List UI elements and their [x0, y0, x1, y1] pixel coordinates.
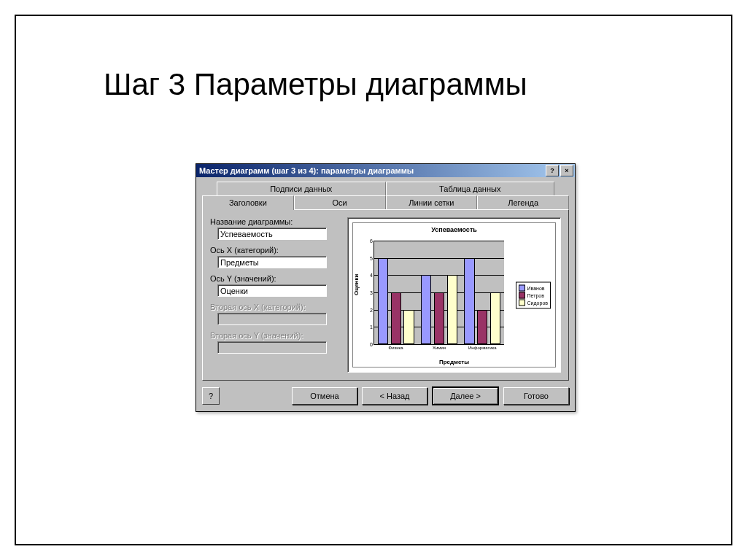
x2-axis-input: [217, 313, 327, 325]
tab-titles[interactable]: Заголовки: [202, 195, 294, 210]
bar: [477, 310, 487, 344]
bar: [378, 258, 388, 344]
chart-title-input[interactable]: [217, 228, 327, 240]
chart-title-label: Название диаграммы:: [210, 217, 341, 226]
tab-panel: Название диаграммы: Ось X (категорий): О…: [202, 209, 569, 381]
legend-label: Сидоров: [527, 300, 548, 305]
bar: [447, 275, 457, 344]
y2-axis-label: Вторая ось Y (значений):: [210, 331, 341, 340]
x-tick: Химия: [419, 344, 458, 350]
chart-wizard-dialog: Мастер диаграмм (шаг 3 из 4): параметры …: [196, 163, 576, 412]
tab-data-table[interactable]: Таблица данных: [386, 182, 555, 195]
form-column: Название диаграммы: Ось X (категорий): О…: [210, 217, 341, 373]
legend-swatch: [519, 299, 525, 306]
chart-preview: Успеваемость Оценки 0123456ФизикаХимияИн…: [347, 217, 561, 373]
x-axis-label: Ось X (категорий):: [210, 246, 341, 254]
y-tick: 1: [365, 324, 373, 330]
slide-frame: Шаг 3 Параметры диаграммы Мастер диаграм…: [15, 15, 732, 545]
y-tick: 4: [365, 273, 373, 278]
titlebar-close-button[interactable]: ×: [560, 165, 573, 176]
back-button[interactable]: < Назад: [362, 387, 427, 405]
tab-row-back: Подписи данных Таблица данных: [217, 182, 554, 195]
bar-group: Физика: [376, 241, 415, 344]
bar: [421, 275, 431, 344]
chart-box: Успеваемость Оценки 0123456ФизикаХимияИн…: [352, 222, 556, 368]
tab-data-labels[interactable]: Подписи данных: [217, 182, 386, 195]
bar: [391, 292, 401, 344]
chart-title: Успеваемость: [353, 223, 555, 235]
button-row: ? Отмена < Назад Далее > Готово: [196, 381, 575, 411]
chart-legend: ИвановПетровСидоров: [516, 281, 551, 308]
cancel-button[interactable]: Отмена: [292, 387, 357, 405]
tab-legend[interactable]: Легенда: [477, 195, 569, 209]
y-tick: 3: [365, 290, 373, 295]
y-tick: 0: [365, 342, 373, 347]
slide-title: Шаг 3 Параметры диаграммы: [104, 67, 527, 102]
help-icon: ?: [209, 392, 213, 400]
y-axis-input[interactable]: [217, 284, 327, 297]
chart-ylabel: Оценки: [353, 273, 360, 295]
tab-axes[interactable]: Оси: [294, 195, 386, 209]
bar: [403, 310, 414, 344]
legend-swatch: [519, 284, 525, 291]
dialog-title: Мастер диаграмм (шаг 3 из 4): параметры …: [199, 166, 414, 175]
y-axis-label: Ось Y (значений):: [210, 274, 341, 283]
chart-xlabel: Предметы: [353, 359, 555, 365]
y-tick: 2: [365, 307, 373, 312]
legend-item: Сидоров: [519, 299, 548, 306]
bar-group: Химия: [419, 241, 458, 344]
y-tick: 5: [365, 255, 373, 260]
tab-area: Подписи данных Таблица данных Заголовки …: [196, 177, 575, 381]
chart-plot: 0123456ФизикаХимияИнформатика: [374, 241, 504, 345]
legend-label: Иванов: [527, 285, 545, 290]
titlebar-help-button[interactable]: ?: [546, 165, 559, 176]
x-tick: Информатика: [463, 344, 502, 350]
bar: [490, 292, 500, 344]
legend-swatch: [519, 292, 525, 298]
titlebar: Мастер диаграмм (шаг 3 из 4): параметры …: [196, 164, 575, 177]
x2-axis-label: Вторая ось X (категорий):: [210, 303, 341, 311]
x-axis-input[interactable]: [217, 256, 327, 268]
legend-item: Иванов: [519, 284, 548, 291]
tab-gridlines[interactable]: Линии сетки: [386, 195, 478, 209]
y-tick: 6: [365, 238, 373, 244]
finish-button[interactable]: Готово: [503, 387, 569, 405]
legend-label: Петров: [527, 292, 544, 298]
x-tick: Физика: [376, 344, 415, 350]
bar: [434, 292, 444, 344]
bar: [464, 258, 474, 344]
next-button[interactable]: Далее >: [432, 386, 499, 405]
tab-row-front: Заголовки Оси Линии сетки Легенда: [202, 195, 569, 209]
bar-group: Информатика: [463, 241, 502, 344]
help-button[interactable]: ?: [202, 387, 220, 405]
y2-axis-input: [217, 341, 327, 354]
legend-item: Петров: [519, 292, 548, 298]
